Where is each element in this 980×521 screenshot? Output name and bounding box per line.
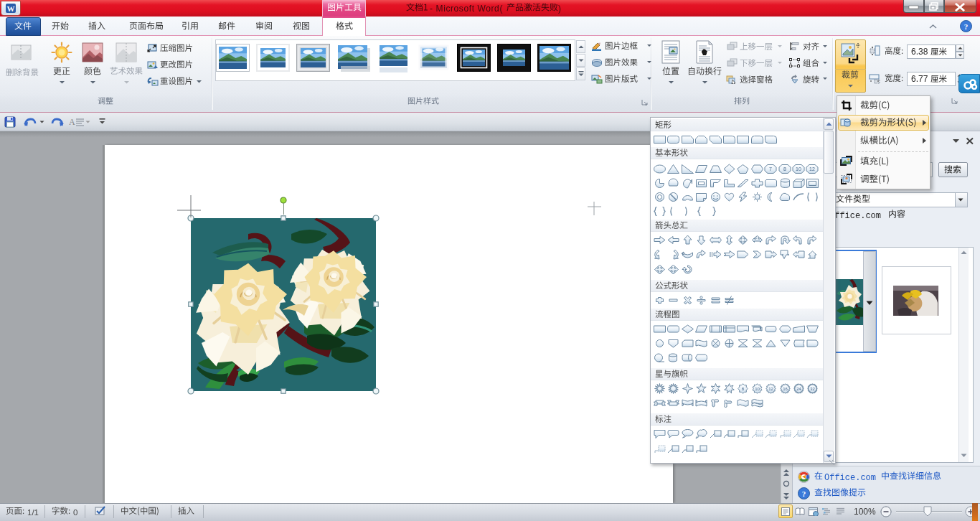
svg-text:?: ? (802, 489, 806, 498)
svg-text:32: 32 (811, 387, 816, 391)
svg-text:24: 24 (796, 387, 801, 391)
svg-text:16: 16 (783, 387, 788, 391)
svg-text:12: 12 (809, 166, 815, 172)
svg-text:W: W (7, 4, 15, 13)
svg-text:?: ? (964, 22, 969, 31)
svg-text:8: 8 (783, 166, 786, 172)
svg-text:A: A (69, 117, 75, 127)
svg-text:7: 7 (769, 166, 772, 172)
svg-text:10: 10 (796, 166, 801, 172)
svg-text:12: 12 (768, 387, 773, 391)
svg-text:10: 10 (755, 387, 760, 391)
